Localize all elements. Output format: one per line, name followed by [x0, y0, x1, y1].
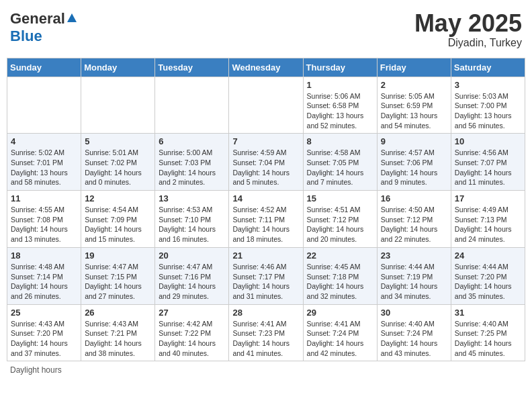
cell-sun-info: Sunrise: 5:05 AMSunset: 6:59 PMDaylight:…: [381, 91, 447, 131]
logo: General Blue: [10, 10, 77, 45]
col-header-thursday: Thursday: [303, 58, 377, 77]
cell-sun-info: Sunrise: 4:40 AMSunset: 7:25 PMDaylight:…: [455, 319, 521, 359]
calendar-week-3: 11Sunrise: 4:55 AMSunset: 7:08 PMDayligh…: [7, 191, 525, 248]
day-number: 17: [455, 193, 521, 203]
cell-sun-info: Sunrise: 4:59 AMSunset: 7:04 PMDaylight:…: [232, 148, 299, 187]
cell-sun-info: Sunrise: 4:47 AMSunset: 7:16 PMDaylight:…: [159, 262, 225, 302]
calendar-cell: 16Sunrise: 4:50 AMSunset: 7:12 PMDayligh…: [377, 191, 451, 248]
day-number: 21: [232, 250, 299, 261]
cell-sun-info: Sunrise: 4:54 AMSunset: 7:09 PMDaylight:…: [85, 205, 151, 244]
calendar-cell: 31Sunrise: 4:40 AMSunset: 7:25 PMDayligh…: [451, 304, 525, 361]
cell-sun-info: Sunrise: 4:40 AMSunset: 7:24 PMDaylight:…: [381, 319, 447, 359]
day-number: 29: [307, 308, 373, 318]
day-number: 10: [455, 136, 521, 146]
calendar-cell: 29Sunrise: 4:41 AMSunset: 7:24 PMDayligh…: [303, 304, 377, 361]
cell-sun-info: Sunrise: 4:43 AMSunset: 7:20 PMDaylight:…: [11, 319, 77, 359]
day-number: 27: [159, 308, 225, 318]
day-number: 3: [455, 80, 521, 90]
calendar-cell: 24Sunrise: 4:44 AMSunset: 7:20 PMDayligh…: [451, 247, 525, 304]
day-number: 2: [381, 80, 447, 90]
cell-sun-info: Sunrise: 4:43 AMSunset: 7:21 PMDaylight:…: [85, 319, 151, 359]
svg-marker-0: [67, 13, 77, 22]
calendar-cell: 19Sunrise: 4:47 AMSunset: 7:15 PMDayligh…: [81, 247, 155, 304]
col-header-sunday: Sunday: [7, 58, 81, 77]
calendar-cell: 1Sunrise: 5:06 AMSunset: 6:58 PMDaylight…: [303, 77, 377, 134]
day-number: 18: [11, 250, 77, 261]
day-number: 19: [85, 250, 151, 261]
calendar-cell: 3Sunrise: 5:03 AMSunset: 7:00 PMDaylight…: [451, 77, 525, 134]
col-header-monday: Monday: [81, 58, 155, 77]
day-number: 1: [307, 80, 373, 90]
day-number: 25: [11, 308, 77, 318]
cell-sun-info: Sunrise: 4:41 AMSunset: 7:23 PMDaylight:…: [232, 319, 299, 359]
month-title: May 2025: [414, 10, 522, 37]
cell-sun-info: Sunrise: 4:46 AMSunset: 7:17 PMDaylight:…: [232, 262, 299, 302]
cell-sun-info: Sunrise: 4:53 AMSunset: 7:10 PMDaylight:…: [159, 205, 225, 244]
day-number: 30: [381, 308, 447, 318]
calendar-week-4: 18Sunrise: 4:48 AMSunset: 7:14 PMDayligh…: [7, 247, 525, 304]
calendar-cell: 22Sunrise: 4:45 AMSunset: 7:18 PMDayligh…: [303, 247, 377, 304]
cell-sun-info: Sunrise: 4:47 AMSunset: 7:15 PMDaylight:…: [85, 262, 151, 302]
col-header-tuesday: Tuesday: [155, 58, 229, 77]
cell-sun-info: Sunrise: 4:42 AMSunset: 7:22 PMDaylight:…: [159, 319, 225, 359]
day-number: 13: [159, 193, 225, 203]
calendar-cell: 2Sunrise: 5:05 AMSunset: 6:59 PMDaylight…: [377, 77, 451, 134]
calendar-cell: 13Sunrise: 4:53 AMSunset: 7:10 PMDayligh…: [155, 191, 229, 248]
calendar-cell: 15Sunrise: 4:51 AMSunset: 7:12 PMDayligh…: [303, 191, 377, 248]
cell-sun-info: Sunrise: 4:45 AMSunset: 7:18 PMDaylight:…: [307, 262, 373, 302]
cell-sun-info: Sunrise: 4:57 AMSunset: 7:06 PMDaylight:…: [381, 148, 447, 187]
title-area: May 2025 Diyadin, Turkey: [414, 10, 522, 49]
day-number: 9: [381, 136, 447, 146]
calendar-week-2: 4Sunrise: 5:02 AMSunset: 7:01 PMDaylight…: [7, 134, 525, 191]
cell-sun-info: Sunrise: 4:55 AMSunset: 7:08 PMDaylight:…: [11, 205, 77, 244]
calendar-cell: 12Sunrise: 4:54 AMSunset: 7:09 PMDayligh…: [81, 191, 155, 248]
day-number: 31: [455, 308, 521, 318]
day-number: 7: [232, 136, 299, 146]
calendar-cell: 30Sunrise: 4:40 AMSunset: 7:24 PMDayligh…: [377, 304, 451, 361]
header: General Blue May 2025 Diyadin, Turkey: [7, 7, 525, 52]
calendar-cell: [155, 77, 229, 134]
calendar-cell: 11Sunrise: 4:55 AMSunset: 7:08 PMDayligh…: [7, 191, 81, 248]
day-number: 24: [455, 250, 521, 261]
day-number: 5: [85, 136, 151, 146]
day-number: 6: [159, 136, 225, 146]
cell-sun-info: Sunrise: 4:41 AMSunset: 7:24 PMDaylight:…: [307, 319, 373, 359]
col-header-wednesday: Wednesday: [229, 58, 303, 77]
calendar-cell: 28Sunrise: 4:41 AMSunset: 7:23 PMDayligh…: [229, 304, 303, 361]
cell-sun-info: Sunrise: 5:02 AMSunset: 7:01 PMDaylight:…: [11, 148, 77, 187]
cell-sun-info: Sunrise: 4:49 AMSunset: 7:13 PMDaylight:…: [455, 205, 521, 244]
day-number: 8: [307, 136, 373, 146]
logo-blue: Blue: [10, 28, 42, 44]
col-header-friday: Friday: [377, 58, 451, 77]
calendar-cell: 10Sunrise: 4:56 AMSunset: 7:07 PMDayligh…: [451, 134, 525, 191]
day-number: 23: [381, 250, 447, 261]
day-number: 20: [159, 250, 225, 261]
daylight-hours-label: Daylight hours: [10, 365, 62, 375]
calendar-cell: 23Sunrise: 4:44 AMSunset: 7:19 PMDayligh…: [377, 247, 451, 304]
cell-sun-info: Sunrise: 4:44 AMSunset: 7:20 PMDaylight:…: [455, 262, 521, 302]
cell-sun-info: Sunrise: 4:56 AMSunset: 7:07 PMDaylight:…: [455, 148, 521, 187]
location-title: Diyadin, Turkey: [414, 37, 522, 49]
cell-sun-info: Sunrise: 4:52 AMSunset: 7:11 PMDaylight:…: [232, 205, 299, 244]
cell-sun-info: Sunrise: 4:58 AMSunset: 7:05 PMDaylight:…: [307, 148, 373, 187]
cell-sun-info: Sunrise: 5:01 AMSunset: 7:02 PMDaylight:…: [85, 148, 151, 187]
calendar-cell: 25Sunrise: 4:43 AMSunset: 7:20 PMDayligh…: [7, 304, 81, 361]
calendar-week-1: 1Sunrise: 5:06 AMSunset: 6:58 PMDaylight…: [7, 77, 525, 134]
calendar-cell: 18Sunrise: 4:48 AMSunset: 7:14 PMDayligh…: [7, 247, 81, 304]
calendar-cell: 5Sunrise: 5:01 AMSunset: 7:02 PMDaylight…: [81, 134, 155, 191]
cell-sun-info: Sunrise: 5:00 AMSunset: 7:03 PMDaylight:…: [159, 148, 225, 187]
calendar-week-5: 25Sunrise: 4:43 AMSunset: 7:20 PMDayligh…: [7, 304, 525, 361]
calendar-cell: [81, 77, 155, 134]
calendar-cell: [7, 77, 81, 134]
day-number: 16: [381, 193, 447, 203]
calendar-cell: 26Sunrise: 4:43 AMSunset: 7:21 PMDayligh…: [81, 304, 155, 361]
cell-sun-info: Sunrise: 4:51 AMSunset: 7:12 PMDaylight:…: [307, 205, 373, 244]
calendar-cell: 7Sunrise: 4:59 AMSunset: 7:04 PMDaylight…: [229, 134, 303, 191]
calendar-cell: 21Sunrise: 4:46 AMSunset: 7:17 PMDayligh…: [229, 247, 303, 304]
cell-sun-info: Sunrise: 4:44 AMSunset: 7:19 PMDaylight:…: [381, 262, 447, 302]
calendar-cell: 9Sunrise: 4:57 AMSunset: 7:06 PMDaylight…: [377, 134, 451, 191]
cell-sun-info: Sunrise: 4:48 AMSunset: 7:14 PMDaylight:…: [11, 262, 77, 302]
day-number: 11: [11, 193, 77, 203]
day-number: 26: [85, 308, 151, 318]
logo-general: General: [10, 10, 65, 28]
